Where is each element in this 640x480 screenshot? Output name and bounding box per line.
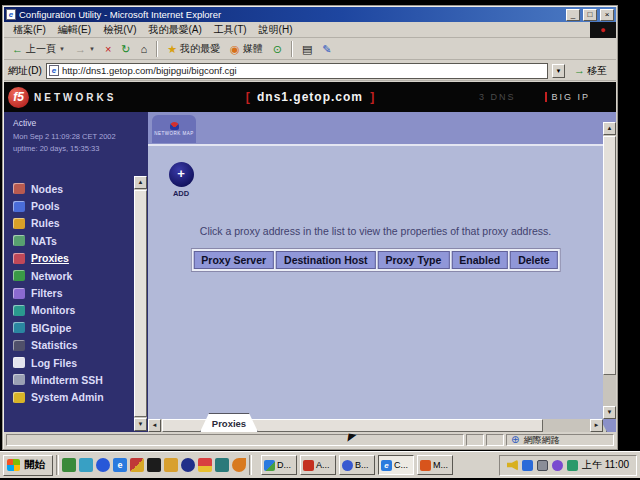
hostname: dns1.getop.com	[253, 90, 367, 104]
task-button-4-active[interactable]: e C...	[378, 455, 414, 475]
menu-edit[interactable]: 編輯(E)	[52, 22, 97, 38]
window-icon	[264, 460, 275, 471]
back-dropdown-icon[interactable]: ▼	[59, 46, 65, 52]
menu-file[interactable]: 檔案(F)	[7, 22, 52, 38]
status-uptime: uptime: 20 days, 15:35:33	[13, 143, 148, 155]
sidebar-item-statistics[interactable]: Statistics	[13, 337, 131, 354]
sidebar-scrollbar[interactable]: ▲ ▼	[134, 176, 147, 431]
table-header-delete[interactable]: Delete	[510, 251, 558, 269]
network-map-button[interactable]: NETWORK MAP	[152, 115, 196, 143]
refresh-button[interactable]: ↻	[117, 43, 134, 56]
add-proxy-control[interactable]: + ADD	[166, 162, 196, 198]
go-button[interactable]: → 移至	[569, 63, 612, 79]
quick-launch-icon[interactable]	[147, 458, 161, 472]
task-button-2[interactable]: A...	[300, 455, 336, 475]
address-input[interactable]: e http://dns1.getop.com/bigipgui/bigconf…	[46, 63, 548, 79]
back-button[interactable]: ← 上一頁 ▼	[8, 41, 69, 57]
tray-icon[interactable]	[552, 460, 563, 471]
add-button-label: ADD	[166, 189, 196, 198]
forward-dropdown-icon[interactable]: ▼	[89, 46, 95, 52]
scroll-left-icon[interactable]: ◄	[148, 419, 161, 432]
task-button-3[interactable]: B...	[339, 455, 375, 475]
standard-buttons-toolbar: ← 上一頁 ▼ → ▼ × ↻ ⌂ ★ 我的最愛 ◉	[4, 39, 616, 60]
menu-help[interactable]: 說明(H)	[253, 22, 299, 38]
quick-launch-icon[interactable]	[181, 458, 195, 472]
tab-proxies[interactable]: Proxies	[200, 413, 258, 432]
throbber-icon: ●	[590, 22, 616, 38]
add-icon[interactable]: +	[169, 162, 194, 187]
task-button-5[interactable]: M...	[417, 455, 453, 475]
scroll-down-icon[interactable]: ▼	[134, 418, 147, 431]
close-button[interactable]: ×	[600, 9, 614, 21]
quick-launch-icon[interactable]	[62, 458, 76, 472]
menu-tools[interactable]: 工具(T)	[208, 22, 253, 38]
history-button[interactable]: ⊙	[269, 43, 286, 56]
home-icon: ⌂	[141, 44, 148, 55]
sidebar-item-nats[interactable]: NATs	[13, 232, 131, 249]
system-admin-icon	[13, 392, 25, 403]
favorites-button[interactable]: ★ 我的最愛	[163, 41, 224, 57]
quick-launch-bar: e	[62, 458, 246, 472]
sidebar-item-network[interactable]: Network	[13, 267, 131, 284]
page-icon: e	[49, 65, 59, 76]
start-button[interactable]: 開始	[3, 455, 53, 476]
sidebar-item-proxies[interactable]: Proxies	[13, 250, 131, 267]
sidebar-item-rules[interactable]: Rules	[13, 215, 131, 232]
minimize-button[interactable]: _	[566, 9, 580, 21]
menu-favorites[interactable]: 我的最愛(A)	[142, 22, 207, 38]
tray-icon[interactable]	[522, 460, 533, 471]
address-label: 網址(D)	[8, 64, 42, 78]
quick-launch-icon[interactable]	[130, 458, 144, 472]
quick-launch-icon[interactable]	[79, 458, 93, 472]
title-bar[interactable]: e Configuration Utility - Microsoft Inte…	[4, 7, 616, 22]
table-header-proxy-type[interactable]: Proxy Type	[378, 251, 450, 269]
sidebar-item-nodes[interactable]: Nodes	[13, 180, 131, 197]
tray-icon[interactable]	[567, 460, 578, 471]
system-tray: 上午 11:00	[499, 455, 637, 476]
home-button[interactable]: ⌂	[137, 43, 152, 56]
stop-icon: ×	[105, 44, 111, 55]
sidebar-menu: Nodes Pools Rules NATs Proxies	[13, 180, 131, 406]
scrollbar-thumb[interactable]	[603, 136, 616, 375]
toolbar-separator	[156, 41, 158, 57]
vertical-scrollbar[interactable]: ▲ ▼	[603, 122, 616, 419]
quick-launch-icon[interactable]	[232, 458, 246, 472]
stop-button[interactable]: ×	[101, 43, 115, 56]
address-url: http://dns1.getop.com/bigipgui/bigconf.c…	[62, 65, 237, 76]
internet-explorer-icon[interactable]: e	[113, 458, 127, 472]
sidebar-item-filters[interactable]: Filters	[13, 284, 131, 301]
volume-icon[interactable]	[507, 460, 518, 471]
media-icon: ◉	[230, 44, 240, 55]
sidebar-item-log-files[interactable]: Log Files	[13, 354, 131, 371]
print-button[interactable]: ▤	[298, 43, 316, 56]
clock: 上午 11:00	[582, 458, 629, 472]
quick-launch-icon[interactable]	[164, 458, 178, 472]
go-label: 移至	[587, 64, 607, 78]
sidebar-item-monitors[interactable]: Monitors	[13, 302, 131, 319]
media-button[interactable]: ◉ 媒體	[226, 41, 267, 57]
quick-launch-icon[interactable]	[96, 458, 110, 472]
scrollbar-thumb[interactable]	[134, 190, 147, 417]
hostname-banner: [ dns1.getop.com ]	[4, 90, 616, 104]
menu-view[interactable]: 檢視(V)	[97, 22, 142, 38]
scroll-up-icon[interactable]: ▲	[603, 122, 616, 135]
sidebar-item-pools[interactable]: Pools	[13, 197, 131, 214]
sidebar-item-mindterm-ssh[interactable]: Mindterm SSH	[13, 371, 131, 388]
table-header-proxy-server[interactable]: Proxy Server	[193, 251, 274, 269]
scroll-up-icon[interactable]: ▲	[134, 176, 147, 189]
scroll-right-icon[interactable]: ►	[590, 419, 603, 432]
maximize-button[interactable]: □	[583, 9, 597, 21]
quick-launch-icon[interactable]	[198, 458, 212, 472]
table-header-destination-host[interactable]: Destination Host	[276, 251, 375, 269]
sidebar-item-bigpipe[interactable]: BIGpipe	[13, 319, 131, 336]
task-button-1[interactable]: D...	[261, 455, 297, 475]
display-icon[interactable]	[537, 460, 548, 471]
table-header-enabled[interactable]: Enabled	[451, 251, 508, 269]
taskbar-separator	[249, 455, 252, 475]
scroll-down-icon[interactable]: ▼	[603, 406, 616, 419]
forward-button[interactable]: → ▼	[71, 43, 99, 56]
address-dropdown-icon[interactable]: ▼	[552, 64, 565, 78]
edit-button[interactable]: ✎	[318, 43, 335, 56]
sidebar-item-system-admin[interactable]: System Admin	[13, 389, 131, 406]
quick-launch-icon[interactable]	[215, 458, 229, 472]
